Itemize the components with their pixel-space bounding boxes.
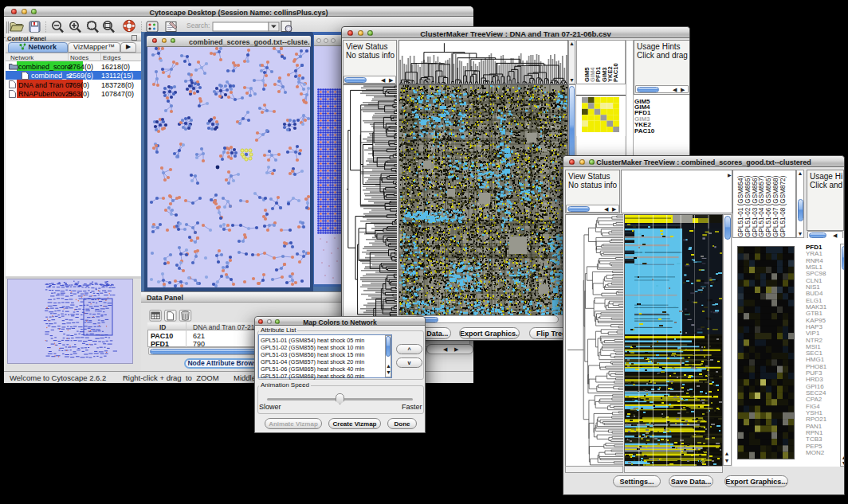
svg-text:Search:: Search:: [186, 21, 210, 29]
